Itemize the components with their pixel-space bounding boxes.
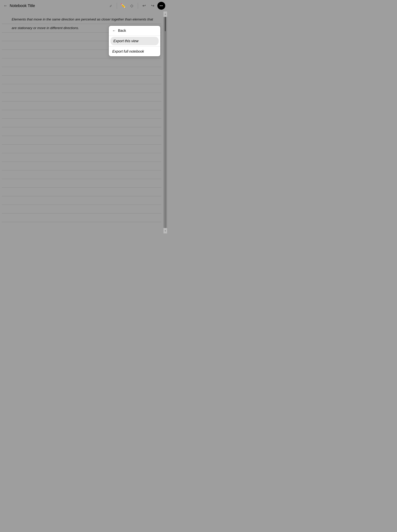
rule-line — [2, 205, 161, 205]
lasso-tool-button[interactable]: ⌿ — [107, 2, 115, 10]
rule-line — [2, 187, 161, 188]
scroll-track — [165, 17, 166, 228]
toolbar-divider-2 — [138, 3, 138, 9]
scroll-thumb[interactable] — [165, 17, 166, 31]
rule-line — [2, 118, 161, 119]
toolbar-center: ⌿ ✏️ ◇ ↩ ↪ ••• — [107, 2, 165, 10]
scroll-up-button[interactable]: ∧ — [163, 12, 167, 17]
toolbar: ← Notebook Title ⌿ ✏️ ◇ ↩ ↪ ••• — [0, 0, 169, 12]
dropdown-menu: ← Back Export this view Export full note… — [108, 25, 161, 56]
undo-icon: ↩ — [143, 3, 146, 8]
rule-line — [2, 144, 161, 145]
toolbar-left: ← Notebook Title — [4, 3, 107, 8]
dropdown-back-arrow-icon: ← — [112, 29, 116, 33]
dropdown-back-label: Back — [118, 29, 126, 33]
rule-line — [2, 222, 161, 222]
toolbar-divider-1 — [117, 3, 117, 9]
rule-line — [2, 67, 161, 67]
scrollbar: ∧ ∨ — [163, 12, 167, 233]
pen-tool-button[interactable]: ✏️ — [119, 2, 127, 10]
export-notebook-button[interactable]: Export full notebook — [109, 47, 161, 56]
export-view-label: Export this view — [113, 39, 138, 43]
undo-button[interactable]: ↩ — [140, 2, 148, 10]
redo-button[interactable]: ↪ — [149, 2, 157, 10]
notebook-area: Elements that move in the same direction… — [2, 12, 167, 233]
notebook-title: Notebook Title — [10, 3, 35, 8]
rule-line — [2, 84, 161, 84]
back-arrow-icon: ← — [4, 3, 7, 8]
rule-line — [2, 58, 161, 58]
rule-line — [2, 153, 161, 153]
rule-line — [2, 196, 161, 196]
export-notebook-label: Export full notebook — [112, 49, 144, 53]
more-options-button[interactable]: ••• — [157, 2, 165, 10]
scroll-down-button[interactable]: ∨ — [163, 228, 167, 233]
rule-line — [2, 162, 161, 162]
export-view-button[interactable]: Export this view — [111, 37, 159, 45]
rule-line — [2, 136, 161, 136]
rule-line — [2, 75, 161, 76]
pen-icon: ✏️ — [120, 3, 126, 8]
dropdown-arrow-inner — [150, 25, 153, 26]
back-button[interactable]: ← — [4, 3, 7, 8]
more-icon: ••• — [160, 4, 163, 7]
rule-line — [2, 213, 161, 214]
eraser-tool-button[interactable]: ◇ — [128, 2, 136, 10]
dropdown-back-button[interactable]: ← Back — [109, 26, 161, 36]
scroll-down-icon: ∨ — [165, 229, 166, 232]
redo-icon: ↪ — [151, 3, 154, 8]
eraser-icon: ◇ — [130, 3, 133, 8]
scroll-up-icon: ∧ — [165, 13, 166, 15]
lasso-icon: ⌿ — [109, 3, 112, 9]
rule-line — [2, 127, 161, 127]
